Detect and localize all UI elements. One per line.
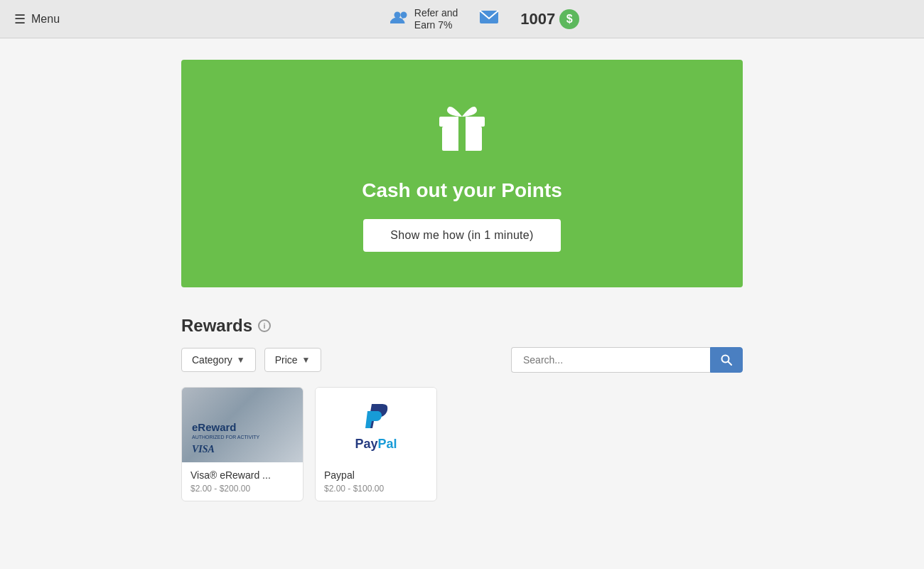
rewards-header: Rewards i: [181, 316, 743, 336]
rewards-title: Rewards: [181, 316, 252, 336]
reward-card-paypal[interactable]: PayPal Paypal $2.00 - $100.00: [315, 387, 437, 501]
paypal-p-icon: [360, 398, 392, 435]
reward-card-visa[interactable]: eReward AUTHORIZED FOR ACTIVITY VISA Vis…: [181, 387, 303, 501]
filters-row: Category ▼ Price ▼: [181, 347, 743, 373]
price-chevron-icon: ▼: [302, 355, 311, 365]
paypal-wordmark: PayPal: [355, 437, 397, 452]
search-input[interactable]: [511, 347, 710, 373]
hero-banner: Cash out your Points Show me how (in 1 m…: [181, 60, 743, 287]
refer-earn-button[interactable]: Refer and Earn 7%: [390, 7, 458, 31]
gift-icon: [426, 95, 498, 162]
svg-point-1: [400, 12, 407, 18]
mail-button[interactable]: [479, 10, 499, 28]
mail-icon: [479, 10, 499, 28]
rewards-section: Rewards i Category ▼ Price ▼: [181, 316, 743, 501]
card-name-visa: Visa® eReward ...: [190, 469, 294, 481]
card-image-paypal: PayPal: [316, 388, 436, 462]
points-value: 1007: [520, 10, 555, 28]
search-icon: [721, 354, 732, 366]
svg-rect-4: [458, 117, 466, 127]
category-chevron-icon: ▼: [237, 355, 245, 365]
card-image-visa: eReward AUTHORIZED FOR ACTIVITY VISA: [182, 388, 303, 462]
header-center: Refer and Earn 7% 1007 $: [60, 7, 910, 31]
cards-grid: eReward AUTHORIZED FOR ACTIVITY VISA Vis…: [181, 387, 743, 501]
card-price-visa: $2.00 - $200.00: [190, 484, 294, 494]
refer-icon: [390, 10, 409, 28]
price-filter[interactable]: Price ▼: [264, 348, 321, 372]
info-icon[interactable]: i: [258, 319, 271, 332]
points-display: 1007 $: [520, 9, 579, 29]
card-name-paypal: Paypal: [324, 469, 428, 481]
category-filter[interactable]: Category ▼: [181, 348, 256, 372]
menu-button[interactable]: ☰ Menu: [14, 11, 60, 27]
hamburger-icon: ☰: [14, 11, 26, 27]
points-icon: $: [559, 9, 579, 29]
refer-text: Refer and Earn 7%: [414, 7, 458, 31]
card-info-paypal: Paypal $2.00 - $100.00: [316, 462, 436, 501]
card-info-visa: Visa® eReward ... $2.00 - $200.00: [182, 462, 303, 501]
card-price-paypal: $2.00 - $100.00: [324, 484, 428, 494]
show-me-how-button[interactable]: Show me how (in 1 minute): [363, 219, 560, 252]
search-container: [511, 347, 743, 373]
hero-title: Cash out your Points: [362, 179, 562, 202]
header: ☰ Menu Refer and Earn 7%: [0, 0, 924, 38]
search-button[interactable]: [710, 347, 743, 373]
main-content: Cash out your Points Show me how (in 1 m…: [0, 38, 924, 523]
svg-line-8: [729, 362, 732, 366]
svg-point-0: [394, 12, 400, 18]
svg-rect-6: [458, 127, 466, 151]
menu-label: Menu: [31, 13, 60, 26]
